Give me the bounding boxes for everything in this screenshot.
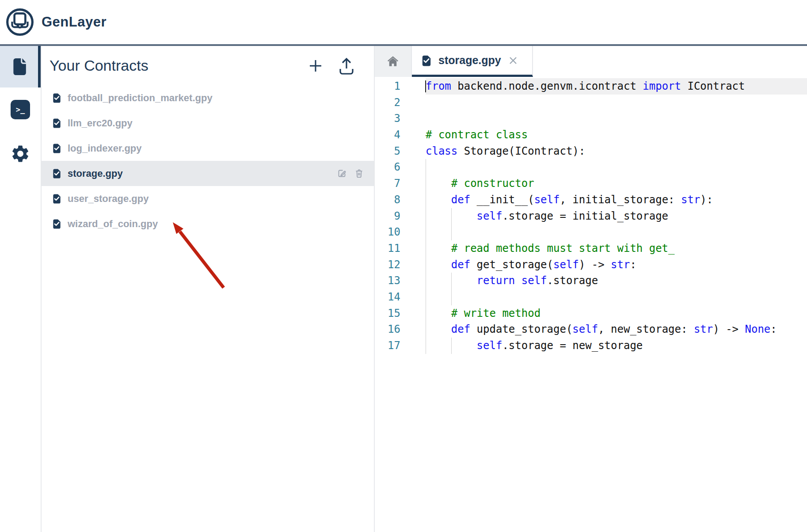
file-icon (11, 58, 27, 76)
code-line[interactable]: 16 def update_storage(self, new_storage:… (375, 321, 807, 338)
upload-icon (339, 57, 354, 75)
line-number: 9 (375, 208, 400, 224)
trash-icon[interactable] (354, 168, 364, 179)
code-line-content[interactable]: self.storage = new_storage (426, 338, 807, 354)
line-number: 5 (375, 143, 400, 160)
contract-checkbox-icon (52, 168, 62, 179)
sidebar-item-contracts[interactable] (0, 46, 41, 87)
code-line-content[interactable]: def get_storage(self) -> str: (426, 257, 807, 273)
code-line-content[interactable]: def __init__(self, initial_storage: str)… (426, 192, 807, 208)
contracts-panel: Your Contracts football_prediction_marke… (42, 46, 375, 532)
code-line[interactable]: 6 (375, 159, 807, 175)
contracts-panel-header: Your Contracts (42, 46, 374, 85)
code-line[interactable]: 9 self.storage = initial_storage (375, 208, 807, 224)
indent-guide (451, 289, 452, 305)
contract-checkbox-icon (52, 143, 62, 153)
code-line-content[interactable] (426, 95, 807, 111)
line-number: 8 (375, 192, 400, 208)
indent-guide (451, 273, 452, 289)
contract-list-item[interactable]: storage.gpy (42, 161, 374, 186)
indent-guide (426, 289, 426, 305)
terminal-icon[interactable]: >_ (11, 100, 30, 119)
contract-list-item[interactable]: log_indexer.gpy (42, 136, 374, 161)
contract-list-item[interactable]: wizard_of_coin.gpy (42, 211, 374, 236)
contract-list-item[interactable]: user_storage.gpy (42, 186, 374, 211)
terminal-glyph: >_ (16, 105, 25, 114)
indent-guide (426, 338, 426, 354)
gear-icon (10, 144, 30, 164)
close-tab-button[interactable] (508, 56, 518, 65)
line-number: 16 (375, 321, 400, 338)
code-line[interactable]: 12 def get_storage(self) -> str: (375, 257, 807, 273)
code-line-content[interactable] (426, 224, 807, 240)
contract-checkbox-icon (52, 118, 62, 128)
code-line-content[interactable] (426, 289, 807, 305)
code-line-content[interactable]: self.storage = initial_storage (426, 208, 807, 224)
code-line-content[interactable]: # contract class (426, 127, 807, 143)
app-header: GenLayer (0, 0, 807, 44)
line-number: 10 (375, 224, 400, 240)
home-tab-button[interactable] (375, 46, 412, 77)
code-line-content[interactable]: # constructor (426, 175, 807, 192)
contracts-list: football_prediction_market.gpy llm_erc20… (42, 85, 374, 236)
tab-storage-gpy[interactable]: storage.gpy (412, 46, 533, 77)
indent-guide (426, 257, 426, 273)
line-number: 17 (375, 338, 400, 354)
code-line-content[interactable]: class Storage(IContract): (426, 143, 807, 160)
indent-guide (426, 240, 426, 257)
editor-tab-bar: storage.gpy (375, 46, 807, 77)
contract-checkbox-icon (52, 219, 62, 229)
code-line-content[interactable]: # write method (426, 305, 807, 322)
line-number: 7 (375, 175, 400, 192)
code-line[interactable]: 2 (375, 95, 807, 111)
settings-button[interactable] (10, 143, 31, 164)
code-line[interactable]: 4# contract class (375, 127, 807, 143)
edit-icon[interactable] (337, 168, 347, 179)
contract-file-name: storage.gpy (68, 168, 123, 179)
code-line-content[interactable] (426, 110, 807, 127)
text-cursor (425, 80, 426, 92)
code-area[interactable]: 1from backend.node.genvm.icontract impor… (375, 77, 807, 532)
code-editor: storage.gpy 1from backend.node.genvm.ico… (375, 46, 807, 532)
code-line[interactable]: 7 # constructor (375, 175, 807, 192)
indent-guide (451, 224, 452, 240)
indent-guide (426, 159, 426, 175)
contract-list-item[interactable]: llm_erc20.gpy (42, 110, 374, 136)
line-number: 4 (375, 127, 400, 143)
contract-row-actions (337, 168, 364, 179)
add-contract-button[interactable] (307, 57, 324, 74)
code-line[interactable]: 15 # write method (375, 305, 807, 322)
contract-list-item[interactable]: football_prediction_market.gpy (42, 85, 374, 110)
indent-guide (451, 208, 452, 224)
panel-title: Your Contracts (49, 57, 148, 74)
indent-guide (426, 175, 426, 192)
code-line[interactable]: 11 # read methods must start with get_ (375, 240, 807, 257)
tab-label: storage.gpy (438, 54, 501, 67)
code-line-content[interactable] (426, 159, 807, 175)
indent-guide (426, 273, 426, 289)
genlayer-logo-icon (5, 8, 34, 37)
indent-guide (426, 305, 426, 322)
upload-contract-button[interactable] (338, 57, 355, 74)
code-line-content[interactable]: return self.storage (426, 273, 807, 289)
code-line[interactable]: 10 (375, 224, 807, 240)
contract-checkbox-icon (421, 55, 432, 66)
code-line[interactable]: 5class Storage(IContract): (375, 143, 807, 160)
code-line[interactable]: 13 return self.storage (375, 273, 807, 289)
code-line-content[interactable]: from backend.node.genvm.icontract import… (426, 78, 807, 95)
code-line-content[interactable]: def update_storage(self, new_storage: st… (426, 321, 807, 338)
indent-guide (426, 208, 426, 224)
plus-icon (309, 59, 322, 72)
code-line[interactable]: 1from backend.node.genvm.icontract impor… (375, 78, 807, 95)
code-line[interactable]: 14 (375, 289, 807, 305)
home-icon (386, 55, 400, 68)
line-number: 11 (375, 240, 400, 257)
line-number: 3 (375, 110, 400, 127)
code-line[interactable]: 3 (375, 110, 807, 127)
activity-bar: >_ (0, 46, 42, 532)
line-number: 2 (375, 95, 400, 111)
code-line[interactable]: 8 def __init__(self, initial_storage: st… (375, 192, 807, 208)
code-line[interactable]: 17 self.storage = new_storage (375, 338, 807, 354)
code-line-content[interactable]: # read methods must start with get_ (426, 240, 807, 257)
line-number: 13 (375, 273, 400, 289)
